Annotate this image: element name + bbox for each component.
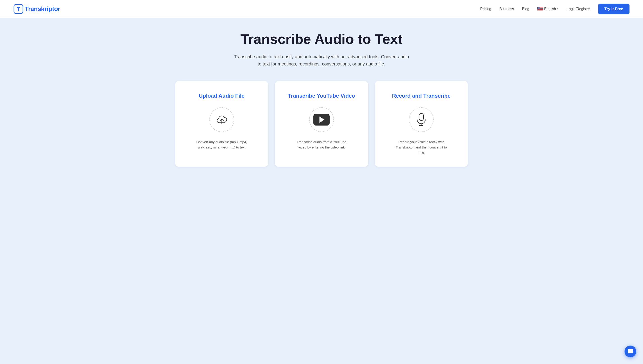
youtube-play-icon bbox=[313, 114, 330, 126]
youtube-card[interactable]: Transcribe YouTube Video Transcribe audi… bbox=[275, 81, 368, 167]
chat-icon bbox=[627, 348, 633, 354]
logo-icon: T bbox=[14, 4, 24, 14]
upload-icon-wrapper bbox=[209, 107, 234, 132]
upload-card-description: Convert any audio file (mp3, mp4, wav, a… bbox=[195, 139, 249, 150]
svg-rect-6 bbox=[537, 9, 543, 9]
svg-text:T: T bbox=[17, 6, 20, 12]
record-card-title: Record and Transcribe bbox=[392, 92, 451, 99]
svg-rect-8 bbox=[537, 10, 543, 10]
us-flag-icon: ★★★★★★ ★★★★★ ★★★★★★ ★★★★★ bbox=[537, 7, 543, 11]
try-free-button[interactable]: Try It Free bbox=[598, 4, 629, 14]
login-register-link[interactable]: Login/Register bbox=[567, 7, 590, 11]
nav-business[interactable]: Business bbox=[499, 7, 514, 11]
youtube-card-title: Transcribe YouTube Video bbox=[288, 92, 355, 99]
language-label: English bbox=[544, 7, 556, 11]
logo[interactable]: T Transkriptor bbox=[14, 4, 60, 14]
upload-card[interactable]: Upload Audio File Convert any audio file… bbox=[175, 81, 268, 167]
hero-section: Transcribe Audio to Text Transcribe audi… bbox=[14, 32, 629, 68]
hero-title: Transcribe Audio to Text bbox=[14, 32, 629, 47]
hero-subtitle: Transcribe audio to text easily and auto… bbox=[234, 53, 409, 68]
youtube-icon-wrapper bbox=[309, 107, 334, 132]
chevron-down-icon: ▾ bbox=[557, 8, 559, 10]
youtube-card-description: Transcribe audio from a YouTube video by… bbox=[294, 139, 349, 150]
play-triangle-icon bbox=[319, 116, 325, 123]
nav-blog[interactable]: Blog bbox=[522, 7, 529, 11]
language-selector[interactable]: ★★★★★★ ★★★★★ ★★★★★★ ★★★★★ English ▾ bbox=[537, 7, 559, 11]
upload-cloud-icon bbox=[215, 114, 228, 125]
mic-icon-wrapper bbox=[409, 107, 434, 132]
svg-rect-7 bbox=[537, 10, 543, 10]
main-content: Transcribe Audio to Text Transcribe audi… bbox=[0, 18, 643, 364]
record-card[interactable]: Record and Transcribe Record your voice … bbox=[375, 81, 468, 167]
chat-support-button[interactable] bbox=[624, 346, 636, 357]
nav-pricing[interactable]: Pricing bbox=[480, 7, 491, 11]
record-card-description: Record your voice directly with Transkri… bbox=[394, 139, 448, 156]
site-header: T Transkriptor Pricing Business Blog ★★★… bbox=[0, 0, 643, 18]
upload-card-title: Upload Audio File bbox=[199, 92, 244, 99]
main-nav: Pricing Business Blog ★★★★★★ ★★★★★ ★★★★★… bbox=[480, 4, 629, 14]
svg-rect-15 bbox=[419, 114, 424, 120]
microphone-icon bbox=[415, 113, 427, 126]
cards-container: Upload Audio File Convert any audio file… bbox=[175, 81, 468, 167]
logo-text: Transkriptor bbox=[25, 6, 60, 12]
